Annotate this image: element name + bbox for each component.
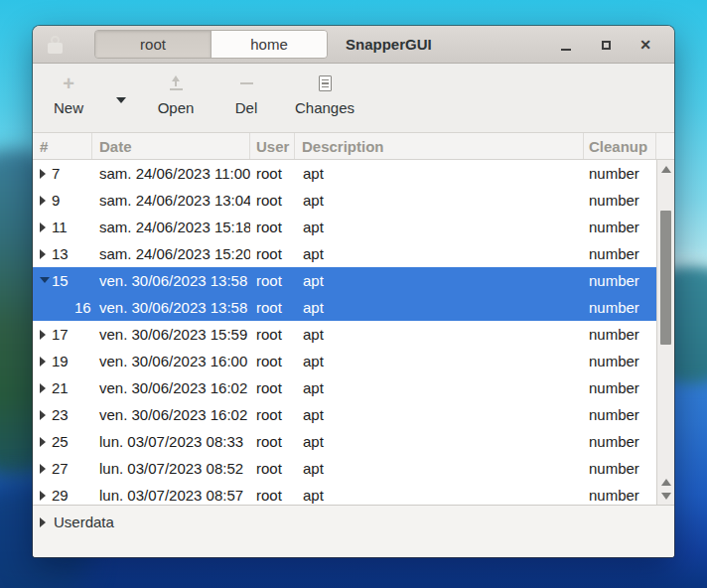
column-header-date[interactable]: Date xyxy=(92,133,250,159)
snapshot-number: 19 xyxy=(52,353,69,369)
snapshot-date: ven. 30/06/2023 16:02 xyxy=(92,401,250,428)
snapshot-number: 9 xyxy=(52,192,60,209)
table-header: # Date User Description Cleanup xyxy=(33,133,674,160)
table-row[interactable]: 13 sam. 24/06/2023 15:20 root apt number xyxy=(33,240,656,267)
table-row[interactable]: 21 ven. 30/06/2023 16:02 root apt number xyxy=(33,374,656,401)
snapshot-date: sam. 24/06/2023 11:00 xyxy=(92,160,250,187)
maximize-icon xyxy=(602,41,611,50)
vertical-scrollbar[interactable] xyxy=(656,160,674,505)
snapshot-date: ven. 30/06/2023 13:58 xyxy=(92,267,250,294)
snapshot-date: sam. 24/06/2023 15:18 xyxy=(92,214,250,240)
snapshot-description: apt xyxy=(295,267,584,294)
expander-expanded-icon[interactable] xyxy=(40,277,50,283)
open-arrow-icon xyxy=(169,75,184,91)
snapshot-number: 16 xyxy=(74,299,91,316)
column-header-description[interactable]: Description xyxy=(295,133,584,159)
snapshot-description: apt xyxy=(295,482,584,505)
expander-collapsed-icon[interactable] xyxy=(40,249,46,259)
snapshot-user: root xyxy=(250,321,295,348)
dropdown-caret-icon xyxy=(116,97,126,103)
table-row[interactable]: 16 ven. 30/06/2023 13:58 root apt number xyxy=(33,294,656,321)
scroll-down-icon[interactable] xyxy=(661,493,671,500)
table-row[interactable]: 25 lun. 03/07/2023 08:33 root apt number xyxy=(33,428,656,455)
snapshot-date: ven. 30/06/2023 15:59 xyxy=(92,321,250,348)
snapshot-cleanup: number xyxy=(584,214,656,240)
table-row[interactable]: 17 ven. 30/06/2023 15:59 root apt number xyxy=(33,321,656,348)
minimize-button[interactable] xyxy=(554,33,578,57)
column-header-number[interactable]: # xyxy=(33,133,92,159)
table-row[interactable]: 23 ven. 30/06/2023 16:02 root apt number xyxy=(33,401,656,428)
tab-home[interactable]: home xyxy=(212,31,327,58)
del-button[interactable]: Del xyxy=(221,74,271,115)
titlebar[interactable]: root home SnapperGUI ✕ xyxy=(33,26,674,64)
changes-button-label: Changes xyxy=(295,100,354,115)
column-header-user[interactable]: User xyxy=(250,133,295,159)
snapshot-cleanup: number xyxy=(584,455,656,482)
table-body: 7 sam. 24/06/2023 11:00 root apt number … xyxy=(33,160,656,505)
expander-collapsed-icon[interactable] xyxy=(40,410,46,420)
snapshot-description: apt xyxy=(295,214,584,240)
scroll-up-secondary-icon[interactable] xyxy=(661,479,671,486)
snapshot-user: root xyxy=(250,160,295,187)
snapshot-user: root xyxy=(250,482,295,505)
open-button[interactable]: Open xyxy=(144,74,208,115)
snapshot-cleanup: number xyxy=(584,294,656,321)
expander-collapsed-icon[interactable] xyxy=(40,491,46,501)
userdata-label: Userdata xyxy=(54,514,114,531)
close-button[interactable]: ✕ xyxy=(634,33,657,57)
expander-collapsed-icon[interactable] xyxy=(40,330,46,340)
table-row[interactable]: 27 lun. 03/07/2023 08:52 root apt number xyxy=(33,455,656,482)
table-row[interactable]: 29 lun. 03/07/2023 08:57 root apt number xyxy=(33,482,656,505)
new-dropdown-button[interactable] xyxy=(108,97,134,103)
expander-collapsed-icon[interactable] xyxy=(40,222,46,232)
snapshot-cleanup: number xyxy=(584,401,656,428)
snapshot-description: apt xyxy=(295,240,584,267)
scrollbar-thumb[interactable] xyxy=(660,211,671,345)
changes-button[interactable]: Changes xyxy=(285,74,364,115)
snapshot-description: apt xyxy=(295,321,584,348)
snapshot-date: sam. 24/06/2023 15:20 xyxy=(92,240,250,267)
snapshot-user: root xyxy=(250,348,295,374)
expander-collapsed-icon[interactable] xyxy=(40,357,46,367)
expander-collapsed-icon[interactable] xyxy=(40,437,46,447)
snapshot-cleanup: number xyxy=(584,374,656,401)
snapshot-description: apt xyxy=(295,348,584,374)
snapshot-number: 27 xyxy=(52,460,69,477)
column-header-cleanup[interactable]: Cleanup xyxy=(584,133,656,159)
minimize-icon xyxy=(561,49,571,51)
expander-collapsed-icon[interactable] xyxy=(40,464,46,474)
snapshot-number: 13 xyxy=(52,245,69,262)
expander-collapsed-icon[interactable] xyxy=(40,196,46,206)
snapshot-user: root xyxy=(250,214,295,240)
new-button[interactable]: + New xyxy=(41,74,96,115)
snapshot-number: 15 xyxy=(52,272,69,289)
expander-collapsed-icon[interactable] xyxy=(40,169,46,179)
table-row[interactable]: 7 sam. 24/06/2023 11:00 root apt number xyxy=(33,160,656,187)
snapshot-date: lun. 03/07/2023 08:52 xyxy=(92,455,250,482)
snapshot-cleanup: number xyxy=(584,160,656,187)
maximize-button[interactable] xyxy=(594,33,618,57)
userdata-expander[interactable]: Userdata xyxy=(33,505,674,557)
snapshot-description: apt xyxy=(295,401,584,428)
expander-collapsed-icon[interactable] xyxy=(40,383,46,393)
table-row[interactable]: 11 sam. 24/06/2023 15:18 root apt number xyxy=(33,214,656,240)
snapshot-user: root xyxy=(250,428,295,455)
snapshot-description: apt xyxy=(295,374,584,401)
tab-root[interactable]: root xyxy=(95,31,212,58)
scroll-up-icon[interactable] xyxy=(661,166,671,173)
window-title: SnapperGUI xyxy=(346,26,432,64)
del-button-label: Del xyxy=(235,100,258,115)
table-row[interactable]: 9 sam. 24/06/2023 13:04 root apt number xyxy=(33,187,656,214)
snapshot-date: lun. 03/07/2023 08:57 xyxy=(92,482,250,505)
open-button-label: Open xyxy=(158,100,195,115)
snapshot-list: 7 sam. 24/06/2023 11:00 root apt number … xyxy=(33,160,674,505)
snapshot-number: 17 xyxy=(52,326,69,343)
expander-collapsed-icon xyxy=(40,517,46,527)
table-row[interactable]: 15 ven. 30/06/2023 13:58 root apt number xyxy=(33,267,656,294)
plus-icon: + xyxy=(63,74,74,93)
snapshot-number: 7 xyxy=(52,165,60,182)
snapshot-description: apt xyxy=(295,428,584,455)
table-row[interactable]: 19 ven. 30/06/2023 16:00 root apt number xyxy=(33,348,656,374)
snapshot-number: 25 xyxy=(52,433,69,450)
snapshot-user: root xyxy=(250,187,295,214)
